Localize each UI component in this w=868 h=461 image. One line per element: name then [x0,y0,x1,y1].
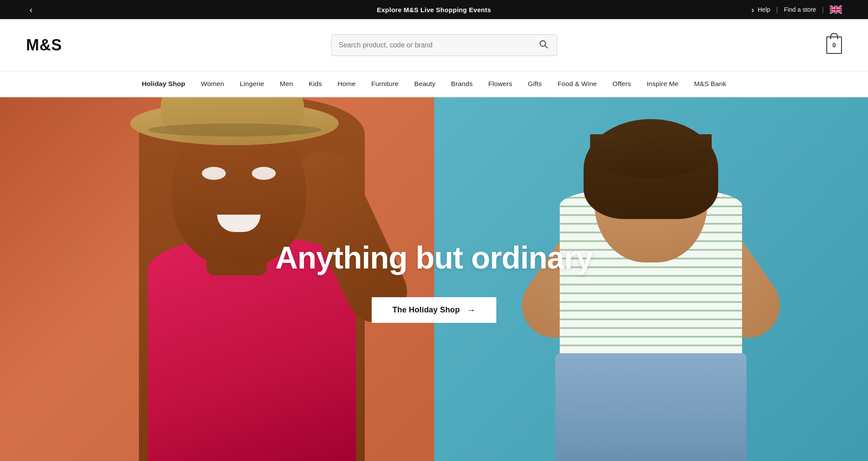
nav-item-inspire-me[interactable]: Inspire Me [639,71,686,97]
divider-1: | [776,6,778,13]
cart-bag: 0 [826,36,842,54]
hero-section: Anything but ordinary The Holiday Shop → [0,97,868,461]
nav-link-5[interactable]: Home [330,71,363,97]
nav-link-14[interactable]: M&S Bank [686,71,734,97]
nav-item-holiday-shop[interactable]: Holiday Shop [134,71,193,97]
header-right: 0 [826,36,842,54]
hero-right-bg [434,97,868,461]
nav-link-13[interactable]: Inspire Me [639,71,686,97]
nav-item-men[interactable]: Men [272,71,300,97]
hero-cta-button[interactable]: The Holiday Shop → [372,297,496,323]
nav-link-1[interactable]: Women [193,71,232,97]
nav-link-10[interactable]: Gifts [520,71,550,97]
search-container [79,34,809,56]
hero-cta-label: The Holiday Shop [393,305,460,315]
nav-item-flowers[interactable]: Flowers [481,71,520,97]
nav-link-11[interactable]: Food & Wine [550,71,605,97]
nav-item-gifts[interactable]: Gifts [520,71,550,97]
cart-count: 0 [832,42,836,49]
nav-link-8[interactable]: Brands [443,71,481,97]
cart-button[interactable]: 0 [826,36,842,54]
announcement-nav[interactable]: ‹ [26,3,36,16]
hero-cta-arrow: → [467,305,475,315]
search-input[interactable] [339,41,537,49]
nav-item-food---wine[interactable]: Food & Wine [550,71,605,97]
header: M&S 0 [0,19,868,71]
search-bar [331,34,557,56]
announcement-text: Explore M&S Live Shopping Events [377,6,491,13]
find-store-link[interactable]: Find a store [784,6,816,13]
logo[interactable]: M&S [26,36,62,54]
nav-link-7[interactable]: Beauty [406,71,443,97]
announcement-next-button[interactable]: › [748,3,758,16]
hero-left-bg [0,97,434,461]
search-icon [538,39,548,49]
nav-item-women[interactable]: Women [193,71,232,97]
nav-link-3[interactable]: Men [272,71,300,97]
nav-item-lingerie[interactable]: Lingerie [232,71,272,97]
nav-link-12[interactable]: Offers [605,71,639,97]
nav-bar: Holiday ShopWomenLingerieMenKidsHomeFurn… [0,71,868,97]
nav-link-0[interactable]: Holiday Shop [134,71,193,97]
nav-link-6[interactable]: Furniture [363,71,406,97]
nav-item-brands[interactable]: Brands [443,71,481,97]
svg-line-2 [545,46,547,48]
help-link[interactable]: Help [758,6,770,13]
nav-link-2[interactable]: Lingerie [232,71,272,97]
divider-2: | [822,6,824,13]
nav-list: Holiday ShopWomenLingerieMenKidsHomeFurn… [134,71,734,97]
nav-item-beauty[interactable]: Beauty [406,71,443,97]
announcement-nav-right[interactable]: › [748,3,758,16]
search-button[interactable] [537,37,550,53]
announcement-prev-button[interactable]: ‹ [26,3,36,16]
hero-left-panel [0,97,434,461]
nav-item-furniture[interactable]: Furniture [363,71,406,97]
nav-link-4[interactable]: Kids [301,71,330,97]
announcement-bar: ‹ Explore M&S Live Shopping Events › Hel… [0,0,868,19]
nav-item-kids[interactable]: Kids [301,71,330,97]
top-right-links: Help | Find a store | [758,5,842,14]
nav-link-9[interactable]: Flowers [481,71,520,97]
nav-item-offers[interactable]: Offers [605,71,639,97]
hero-right-panel [434,97,868,461]
nav-item-home[interactable]: Home [330,71,363,97]
flag-icon[interactable] [830,5,842,14]
nav-item-m-s-bank[interactable]: M&S Bank [686,71,734,97]
